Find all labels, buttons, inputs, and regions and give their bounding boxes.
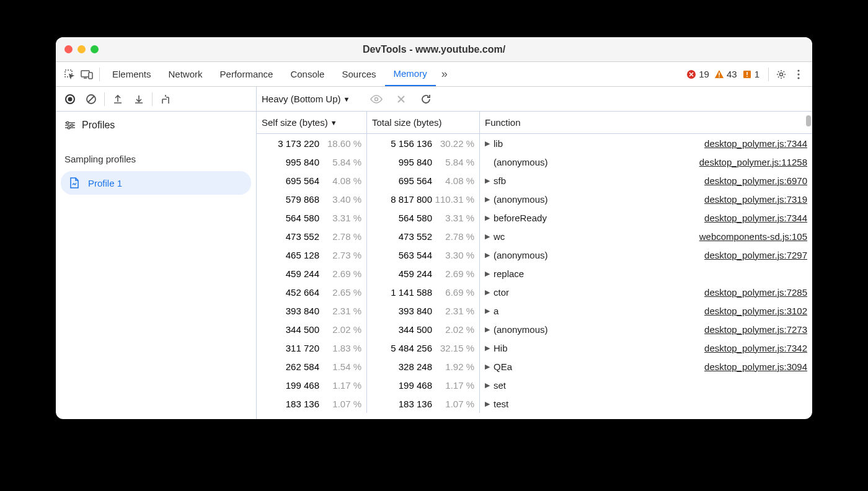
cell-total: 328 2481.92 % <box>367 357 480 376</box>
source-link[interactable]: desktop_polymer.js:6970 <box>704 175 807 186</box>
table-row[interactable]: 452 6642.65 %1 141 5886.69 %▶ctordesktop… <box>257 283 812 301</box>
svg-point-18 <box>71 124 73 126</box>
source-link[interactable]: desktop_polymer.js:7273 <box>704 324 807 335</box>
source-link[interactable]: desktop_polymer.js:11258 <box>699 157 807 167</box>
table-row[interactable]: 183 1361.07 %183 1361.07 %▶test <box>257 394 812 413</box>
expand-icon[interactable]: ▶ <box>485 344 494 352</box>
expand-icon[interactable]: ▶ <box>485 288 494 296</box>
col-function[interactable]: Function <box>480 112 812 133</box>
svg-point-14 <box>68 97 73 101</box>
table-row[interactable]: 3 173 22018.60 %5 156 13630.22 %▶libdesk… <box>257 134 812 153</box>
more-tabs-icon[interactable]: » <box>436 66 453 83</box>
expand-icon[interactable]: ▶ <box>485 325 494 334</box>
cell-total: 695 5644.08 % <box>367 171 480 190</box>
cell-function: (anonymous)desktop_polymer.js:11258 <box>480 153 812 171</box>
table-row[interactable]: 579 8683.40 %8 817 800110.31 %▶(anonymou… <box>257 190 812 208</box>
svg-point-19 <box>68 126 70 129</box>
tab-network[interactable]: Network <box>160 62 211 86</box>
delete-icon[interactable] <box>392 90 410 108</box>
load-profile-icon[interactable] <box>108 90 127 108</box>
table-row[interactable]: 344 5002.02 %344 5002.02 %▶(anonymous)de… <box>257 320 812 338</box>
sliders-icon <box>64 121 76 130</box>
source-link[interactable]: desktop_polymer.js:7342 <box>704 343 807 353</box>
table-row[interactable]: 995 8405.84 %995 8405.84 %(anonymous)des… <box>257 153 812 171</box>
tab-console[interactable]: Console <box>281 62 333 86</box>
save-profile-icon[interactable] <box>130 90 148 108</box>
table-row[interactable]: 564 5803.31 %564 5803.31 %▶beforeReadyde… <box>257 208 812 227</box>
col-total-size[interactable]: Total size (bytes) <box>367 112 480 133</box>
cell-function: ▶sfbdesktop_polymer.js:6970 <box>480 171 812 190</box>
col-self-size[interactable]: Self size (bytes) ▼ <box>257 112 367 133</box>
errors-badge[interactable]: 19 <box>686 69 709 79</box>
issues-badge[interactable]: 1 <box>742 69 760 79</box>
view-mode-dropdown[interactable]: Heavy (Bottom Up) ▼ <box>262 94 350 104</box>
memory-toolbar: Heavy (Bottom Up) ▼ <box>56 87 812 112</box>
view-mode-label: Heavy (Bottom Up) <box>262 94 341 104</box>
expand-icon[interactable]: ▶ <box>485 307 494 315</box>
cell-self: 199 4681.17 % <box>257 376 367 394</box>
scrollbar-thumb[interactable] <box>806 115 811 126</box>
tab-sources[interactable]: Sources <box>333 62 384 86</box>
sort-desc-icon: ▼ <box>330 119 337 126</box>
source-link[interactable]: desktop_polymer.js:7285 <box>704 287 807 298</box>
expand-icon[interactable]: ▶ <box>485 363 494 371</box>
settings-icon[interactable] <box>773 66 790 83</box>
expand-icon[interactable]: ▶ <box>485 139 494 148</box>
tab-elements[interactable]: Elements <box>104 62 160 86</box>
expand-icon[interactable]: ▶ <box>485 270 494 278</box>
table-row[interactable]: 262 5841.54 %328 2481.92 %▶QEadesktop_po… <box>257 357 812 376</box>
cell-self: 579 8683.40 % <box>257 190 367 208</box>
expand-icon[interactable]: ▶ <box>485 381 494 389</box>
expand-icon[interactable]: ▶ <box>485 177 494 185</box>
source-link[interactable]: desktop_polymer.js:3102 <box>704 306 807 316</box>
inspect-element-icon[interactable] <box>61 66 78 83</box>
table-row[interactable]: 473 5522.78 %473 5522.78 %▶wcwebcomponen… <box>257 227 812 246</box>
source-link[interactable]: desktop_polymer.js:7297 <box>704 250 807 260</box>
profiles-header[interactable]: Profiles <box>56 112 256 139</box>
eye-icon[interactable] <box>367 90 386 108</box>
minimize-window-button[interactable] <box>78 45 86 53</box>
table-row[interactable]: 199 4681.17 %199 4681.17 %▶set <box>257 376 812 394</box>
cell-self: 393 8402.31 % <box>257 301 367 320</box>
sampling-profiles-section: Sampling profiles <box>56 148 256 170</box>
cell-function: ▶adesktop_polymer.js:3102 <box>480 301 812 320</box>
kebab-menu-icon[interactable] <box>790 66 807 83</box>
devtools-window: DevTools - www.youtube.com/ Elements Net… <box>56 37 812 419</box>
expand-icon[interactable]: ▶ <box>485 400 494 408</box>
close-window-button[interactable] <box>64 45 73 53</box>
table-row[interactable]: 465 1282.73 %563 5443.30 %▶(anonymous)de… <box>257 246 812 264</box>
cell-function: ▶ctordesktop_polymer.js:7285 <box>480 283 812 301</box>
panel-tabs-bar: Elements Network Performance Console Sou… <box>56 62 812 87</box>
cell-total: 1 141 5886.69 % <box>367 283 480 301</box>
tab-performance[interactable]: Performance <box>211 62 282 86</box>
svg-rect-8 <box>746 76 748 77</box>
table-row[interactable]: 459 2442.69 %459 2442.69 %▶replace <box>257 264 812 283</box>
garbage-collect-icon[interactable] <box>156 90 175 108</box>
source-link[interactable]: desktop_polymer.js:7344 <box>704 213 807 223</box>
table-row[interactable]: 695 5644.08 %695 5644.08 %▶sfbdesktop_po… <box>257 171 812 190</box>
svg-point-17 <box>66 122 69 124</box>
cell-self: 311 7201.83 % <box>257 338 367 357</box>
clear-icon[interactable] <box>82 90 100 108</box>
source-link[interactable]: desktop_polymer.js:7319 <box>704 194 807 205</box>
source-link[interactable]: desktop_polymer.js:3094 <box>704 361 807 372</box>
table-row[interactable]: 311 7201.83 %5 484 25632.15 %▶Hibdesktop… <box>257 338 812 357</box>
source-link[interactable]: desktop_polymer.js:7344 <box>704 138 807 149</box>
cell-function: ▶libdesktop_polymer.js:7344 <box>480 134 812 153</box>
source-link[interactable]: webcomponents-sd.js:105 <box>699 231 807 242</box>
tab-memory[interactable]: Memory <box>385 62 436 86</box>
device-toolbar-icon[interactable] <box>78 66 95 83</box>
refresh-icon[interactable] <box>417 90 435 108</box>
cell-total: 183 1361.07 % <box>367 394 480 413</box>
maximize-window-button[interactable] <box>91 45 99 53</box>
profile-item-1[interactable]: Profile 1 <box>61 171 251 195</box>
warnings-badge[interactable]: 43 <box>714 69 737 79</box>
table-row[interactable]: 393 8402.31 %393 8402.31 %▶adesktop_poly… <box>257 301 812 320</box>
expand-icon[interactable]: ▶ <box>485 232 494 241</box>
function-name: set <box>494 380 506 391</box>
expand-icon[interactable]: ▶ <box>485 214 494 222</box>
expand-icon[interactable]: ▶ <box>485 251 494 259</box>
record-icon[interactable] <box>61 90 79 108</box>
cell-total: 473 5522.78 % <box>367 227 480 246</box>
expand-icon[interactable]: ▶ <box>485 195 494 203</box>
